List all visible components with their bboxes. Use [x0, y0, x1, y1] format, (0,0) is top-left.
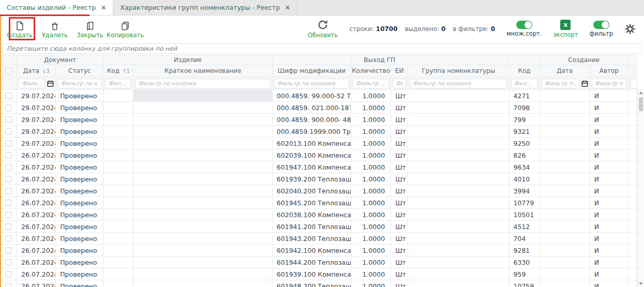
- cell-code[interactable]: 4512: [509, 221, 540, 233]
- row-checkbox[interactable]: [5, 176, 12, 183]
- settings-button[interactable]: [624, 23, 636, 35]
- cell-unit[interactable]: Шт: [391, 197, 408, 209]
- cell-nom_group[interactable]: [408, 280, 509, 287]
- table-row[interactable]: 26.07.2024Проверено601948.200 Теплозащит…: [1, 280, 637, 287]
- cell-author[interactable]: И: [590, 161, 628, 173]
- column-header-author[interactable]: Автор: [590, 65, 628, 77]
- table-row[interactable]: 26.07.2024Проверено601941.200 Теплозащит…: [1, 221, 637, 233]
- cell-create_date[interactable]: [540, 114, 590, 126]
- cell-mod_code[interactable]: 602039.100 Компенсатор к: [272, 149, 351, 161]
- cell-nom_group[interactable]: [408, 161, 509, 173]
- cell-unit[interactable]: Шт: [391, 245, 408, 256]
- cell-code[interactable]: 10501: [509, 209, 540, 221]
- cell-short_name[interactable]: [133, 90, 272, 102]
- cell-nom_group[interactable]: [408, 114, 509, 126]
- table-row[interactable]: 29.07.2024Проверено000.4859. 99.000-52 Т…: [1, 90, 637, 102]
- tab-product-compositions[interactable]: Составы изделий - Реестр ✕: [0, 0, 113, 15]
- cell-doc_date[interactable]: 29.07.2024: [17, 102, 56, 114]
- cell-status[interactable]: Проверено: [56, 245, 103, 256]
- table-row[interactable]: 26.07.2024Проверено601947.100 Компенсато…: [1, 161, 637, 173]
- cell-item_code[interactable]: [103, 90, 133, 102]
- column-header-doc_date[interactable]: Дата↓3: [17, 65, 56, 77]
- cell-author[interactable]: И: [590, 245, 628, 256]
- cell-short_name[interactable]: [133, 209, 272, 221]
- cell-doc_date[interactable]: 29.07.2024: [17, 126, 56, 138]
- cell-mod_code[interactable]: 601939.100 Компенсатор к: [272, 268, 351, 280]
- calendar-icon[interactable]: [581, 80, 588, 87]
- cell-status[interactable]: Проверено: [56, 114, 103, 126]
- refresh-button[interactable]: Обновить: [308, 19, 338, 39]
- row-checkbox[interactable]: [5, 223, 12, 230]
- cell-create_date[interactable]: [540, 185, 590, 197]
- table-row[interactable]: 29.07.2024Проверено000.4859. 021.000-187…: [1, 102, 637, 114]
- cell-item_code[interactable]: [103, 245, 133, 256]
- cell-nom_group[interactable]: [408, 233, 509, 245]
- cell-code[interactable]: 6330: [509, 256, 540, 268]
- cell-create_date[interactable]: [540, 221, 590, 233]
- cell-nom_group[interactable]: [408, 126, 509, 138]
- cell-short_name[interactable]: [133, 280, 272, 287]
- cell-item_code[interactable]: [103, 197, 133, 209]
- vertical-scrollbar[interactable]: [637, 89, 644, 287]
- cell-code[interactable]: 9250: [509, 138, 540, 149]
- cell-item_code[interactable]: [103, 138, 133, 149]
- cell-item_code[interactable]: [103, 221, 133, 233]
- cell-doc_date[interactable]: 26.07.2024: [17, 233, 56, 245]
- cell-code[interactable]: 4010: [509, 173, 540, 185]
- multisort-toggle[interactable]: множ.сорт.: [506, 21, 542, 37]
- cell-short_name[interactable]: [133, 233, 272, 245]
- row-checkbox[interactable]: [5, 259, 12, 266]
- filter-input-clipped[interactable]: [630, 79, 637, 88]
- cell-status[interactable]: Проверено: [56, 149, 103, 161]
- cell-status[interactable]: Проверено: [56, 161, 103, 173]
- table-row[interactable]: 26.07.2024Проверено601945.200 Теплозащит…: [1, 197, 637, 209]
- cell-doc_date[interactable]: 26.07.2024: [17, 245, 56, 256]
- filter-input-nom_group[interactable]: [410, 79, 507, 88]
- column-header-qty[interactable]: Количество: [351, 65, 391, 77]
- column-header-mod_code[interactable]: Шифр модификации: [272, 65, 351, 77]
- row-checkbox[interactable]: [5, 93, 12, 99]
- cell-unit[interactable]: Шт: [391, 233, 408, 245]
- cell-short_name[interactable]: [133, 149, 272, 161]
- cell-code[interactable]: 959: [509, 268, 540, 280]
- cell-mod_code[interactable]: 601947.100 Компенсатор к: [272, 161, 351, 173]
- cell-status[interactable]: Проверено: [56, 126, 103, 138]
- cell-short_name[interactable]: [133, 185, 272, 197]
- cell-nom_group[interactable]: [408, 149, 509, 161]
- cell-author[interactable]: И: [590, 126, 628, 138]
- export-button[interactable]: x экспорт: [553, 20, 578, 38]
- cell-unit[interactable]: Шт: [391, 221, 408, 233]
- cell-doc_date[interactable]: 26.07.2024: [17, 221, 56, 233]
- cell-status[interactable]: Проверено: [56, 233, 103, 245]
- cell-create_date[interactable]: [540, 173, 590, 185]
- cell-mod_code[interactable]: 601944.200 Теплозащитнь: [272, 256, 351, 268]
- cell-create_date[interactable]: [540, 209, 590, 221]
- cell-unit[interactable]: Шт: [391, 138, 408, 149]
- filter-input-qty[interactable]: [353, 79, 389, 88]
- cell-qty[interactable]: 1.0000: [351, 185, 391, 197]
- tab-close-icon[interactable]: ✕: [285, 4, 290, 11]
- cell-item_code[interactable]: [103, 185, 133, 197]
- cell-create_date[interactable]: [540, 102, 590, 114]
- cell-nom_group[interactable]: [408, 197, 509, 209]
- column-header-unit[interactable]: ЕИ: [391, 65, 408, 77]
- copy-button[interactable]: Копировать: [108, 19, 143, 39]
- cell-doc_date[interactable]: 26.07.2024: [17, 149, 56, 161]
- cell-unit[interactable]: Шт: [391, 173, 408, 185]
- table-row[interactable]: 26.07.2024Проверено601944.200 Теплозащит…: [1, 256, 637, 268]
- cell-short_name[interactable]: [133, 245, 272, 256]
- cell-author[interactable]: И: [590, 185, 628, 197]
- row-checkbox[interactable]: [5, 200, 12, 206]
- cell-nom_group[interactable]: [408, 185, 509, 197]
- cell-status[interactable]: Проверено: [56, 197, 103, 209]
- row-checkbox[interactable]: [5, 164, 12, 171]
- row-checkbox[interactable]: [5, 283, 12, 287]
- cell-status[interactable]: Проверено: [56, 268, 103, 280]
- cell-author[interactable]: И: [590, 102, 628, 114]
- row-checkbox[interactable]: [5, 140, 12, 147]
- cell-create_date[interactable]: [540, 233, 590, 245]
- cell-doc_date[interactable]: 29.07.2024: [17, 138, 56, 149]
- cell-create_date[interactable]: [540, 149, 590, 161]
- cell-qty[interactable]: 1.0000: [351, 114, 391, 126]
- cell-create_date[interactable]: [540, 161, 590, 173]
